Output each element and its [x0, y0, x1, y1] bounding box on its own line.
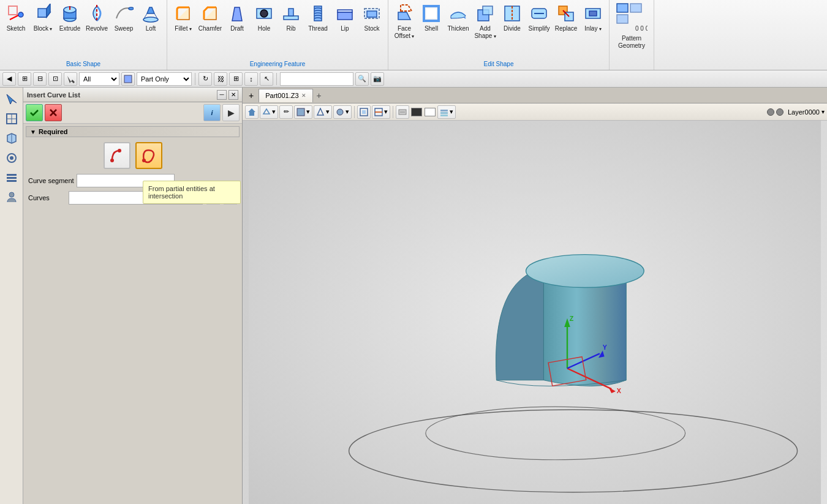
search-input[interactable]: [280, 72, 353, 86]
tool-rib[interactable]: Rib: [278, 1, 304, 34]
tool-simplify[interactable]: Simplify: [526, 1, 553, 34]
tool-hole-label: Hole: [258, 25, 271, 32]
tool-shell[interactable]: Shell: [418, 1, 445, 34]
tool-extrude[interactable]: Extrude: [56, 1, 83, 34]
svg-point-18: [260, 10, 268, 17]
svg-rect-55: [7, 174, 17, 176]
tool-chamfer[interactable]: Chamfer: [197, 1, 224, 34]
tool-draft[interactable]: Draft: [224, 1, 251, 34]
viewport-tab-close[interactable]: ✕: [301, 92, 306, 99]
tool-loft[interactable]: Loft: [137, 1, 164, 34]
tool-thicken-label: Thicken: [447, 25, 469, 32]
viewport-tab-part001[interactable]: Part001.Z3 ✕: [259, 89, 312, 102]
toolbar2-chain-btn[interactable]: ⛓: [214, 72, 227, 86]
vp-tb-layers[interactable]: ▾: [437, 105, 456, 119]
svg-point-62: [118, 149, 121, 152]
toolbar-group-engineering: Fillet Chamfer Draft Hole: [167, 0, 388, 70]
tool-replace[interactable]: Replace: [553, 1, 580, 34]
tool-lip[interactable]: Lip: [331, 1, 358, 34]
curve-open-btn[interactable]: [104, 142, 130, 169]
info-button[interactable]: i: [203, 104, 221, 121]
tool-sweep[interactable]: Sweep: [110, 1, 137, 34]
vp-tb-black-box[interactable]: [411, 108, 422, 116]
toolbar2-mode-icon[interactable]: [121, 72, 135, 86]
left-icon-person[interactable]: [2, 188, 21, 206]
tool-extrude-label: Extrude: [59, 25, 80, 32]
left-icon-view[interactable]: [2, 149, 21, 167]
vp-tb-view[interactable]: ▾: [260, 105, 278, 119]
curve-closed-btn[interactable]: [135, 142, 162, 169]
vp-tb-solid[interactable]: ▾: [294, 105, 312, 119]
svg-marker-65: [263, 109, 270, 114]
panel-title: Insert Curve List: [27, 91, 80, 99]
vp-tb-pen[interactable]: ✏: [279, 105, 293, 119]
toolbar2-rotate-btn[interactable]: ↻: [198, 72, 212, 86]
viewport-tab-plus-icon[interactable]: +: [245, 89, 257, 102]
toolbar-group-pattern: 0 0 0 Pattern Geometry: [610, 0, 654, 70]
curves-download-btn[interactable]: ⬇: [206, 191, 220, 205]
toolbar-group-engineering-label: Engineering Feature: [170, 59, 385, 69]
curves-input-field[interactable]: [69, 191, 203, 205]
curve-segment-input[interactable]: [77, 174, 175, 187]
layer-dropdown-icon[interactable]: ▾: [821, 108, 825, 115]
toolbar2-grid-btn[interactable]: ⊟: [33, 72, 47, 86]
tool-thread[interactable]: Thread: [304, 1, 331, 34]
toolbar2-dim-btn[interactable]: ↕: [244, 72, 258, 86]
shell-icon: [420, 2, 442, 24]
vp-tb-white-box[interactable]: [425, 108, 436, 116]
simplify-icon: [528, 2, 550, 24]
svg-point-68: [337, 109, 343, 115]
panel-minimize-btn[interactable]: ─: [217, 90, 227, 100]
tool-inlay[interactable]: Inlay: [580, 1, 606, 34]
revolve-icon: [86, 2, 108, 24]
left-icon-wireframe[interactable]: [2, 110, 21, 128]
vp-tb-shade[interactable]: ▾: [333, 105, 352, 119]
viewport-tab-add[interactable]: +: [314, 91, 324, 100]
tool-hole[interactable]: Hole: [251, 1, 278, 34]
left-icon-3d[interactable]: [2, 129, 21, 148]
tool-pattern-geometry[interactable]: 0 0 0 Pattern Geometry: [612, 1, 651, 51]
next-button[interactable]: ▶: [222, 104, 240, 121]
left-icon-settings[interactable]: [2, 168, 21, 187]
tool-face-offset[interactable]: Face Offset: [391, 1, 418, 41]
panel-header-controls: ─ ✕: [217, 90, 238, 100]
toolbar2-filter-btn[interactable]: ⊡: [48, 72, 62, 86]
svg-marker-16: [232, 7, 242, 21]
panel-close-btn[interactable]: ✕: [228, 90, 238, 100]
tool-thicken[interactable]: Thicken: [445, 1, 472, 34]
cancel-button[interactable]: [45, 104, 62, 121]
tool-fillet[interactable]: Fillet: [170, 1, 197, 34]
left-icon-cursor[interactable]: [2, 90, 21, 108]
tool-sketch[interactable]: Sketch: [2, 1, 29, 34]
tool-block[interactable]: Block: [29, 1, 56, 34]
vp-tb-wire[interactable]: ▾: [314, 105, 332, 119]
svg-text:0 0 0: 0 0 0: [635, 25, 648, 32]
extrude-icon: [59, 2, 81, 24]
toolbar2-measure-btn[interactable]: ⊞: [229, 72, 243, 86]
vp-tb-home[interactable]: [245, 105, 259, 119]
toolbar2-cursor-btn[interactable]: ↖: [260, 72, 273, 86]
vp-tb-section[interactable]: ▾: [372, 105, 390, 119]
svg-rect-22: [338, 12, 352, 20]
confirm-button[interactable]: [26, 104, 43, 121]
tool-add-shape[interactable]: Add Shape: [472, 1, 499, 41]
tool-divide[interactable]: Divide: [499, 1, 526, 34]
svg-rect-77: [440, 115, 448, 116]
vp-tb-frame[interactable]: [357, 105, 371, 119]
chamfer-icon: [199, 2, 221, 24]
toolbar2-select-shape-btn[interactable]: [64, 72, 77, 86]
curves-expand-btn[interactable]: ▾: [224, 191, 237, 205]
tool-revolve-label: Revolve: [86, 25, 108, 32]
filter-select[interactable]: All Vertices Edges Faces: [79, 72, 119, 86]
toolbar2-snap-btn[interactable]: ⊞: [18, 72, 31, 86]
toolbar2-back-btn[interactable]: ◀: [2, 72, 16, 86]
toolbar2-cam-btn[interactable]: 📷: [371, 72, 384, 86]
toolbar2-find-btn[interactable]: 🔍: [355, 72, 369, 86]
part-only-select[interactable]: Part Only All Parts: [137, 72, 192, 86]
svg-point-61: [110, 159, 114, 162]
vp-tb-render[interactable]: [396, 105, 409, 119]
insert-curve-list-panel: Insert Curve List ─ ✕ i ▶ ▼ Required: [23, 88, 243, 504]
viewport-content[interactable]: <F8> or <Shift-roll> to find next valid …: [243, 121, 827, 504]
tool-stock[interactable]: Stock: [358, 1, 385, 34]
tool-revolve[interactable]: Revolve: [83, 1, 110, 34]
